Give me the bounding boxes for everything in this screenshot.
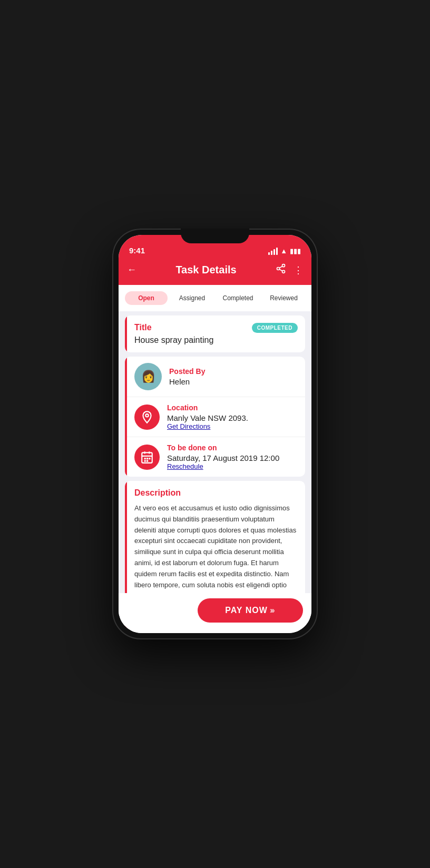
schedule-value: Saturday, 17 August 2019 12:00 — [167, 453, 279, 462]
location-label: Location — [167, 403, 248, 412]
signal-bars-icon — [268, 248, 278, 255]
svg-rect-10 — [144, 458, 146, 459]
title-label: Title — [134, 323, 213, 332]
schedule-row: To be done on Saturday, 17 August 2019 1… — [125, 437, 305, 477]
title-card: Title House spray painting COMPLETED — [125, 315, 305, 352]
location-icon — [140, 410, 154, 424]
tab-assigned[interactable]: Assigned — [171, 291, 213, 305]
location-info: Location Manly Vale NSW 2093. Get Direct… — [167, 403, 248, 430]
description-card: Description At vero eos et accusamus et … — [125, 481, 305, 609]
posted-by-row: 👩 Posted By Helen — [125, 357, 305, 397]
schedule-label: To be done on — [167, 443, 279, 452]
posted-by-value: Helen — [169, 377, 205, 386]
wifi-icon: ▲ — [280, 247, 287, 255]
chevrons-icon: › › › — [272, 606, 276, 615]
content-area: Title House spray painting COMPLETED 👩 — [119, 311, 311, 633]
get-directions-link[interactable]: Get Directions — [167, 422, 248, 430]
share-icon[interactable] — [276, 263, 286, 277]
location-row: Location Manly Vale NSW 2093. Get Direct… — [125, 397, 305, 437]
tab-bar: Open Assigned Completed Reviewed — [119, 285, 311, 311]
tab-open[interactable]: Open — [125, 291, 168, 305]
description-label: Description — [134, 488, 298, 498]
svg-line-4 — [279, 266, 282, 268]
calendar-icon-circle — [134, 445, 160, 470]
svg-point-2 — [282, 270, 285, 273]
battery-icon: ▮▮▮ — [290, 247, 301, 255]
svg-line-3 — [279, 269, 282, 271]
calendar-icon — [140, 450, 154, 464]
status-time: 9:41 — [129, 246, 145, 255]
svg-rect-14 — [146, 460, 148, 461]
svg-rect-12 — [149, 458, 150, 459]
tab-reviewed[interactable]: Reviewed — [262, 291, 305, 305]
svg-point-0 — [282, 264, 285, 267]
pay-now-bar: PAY NOW › › › — [119, 593, 311, 633]
info-card: 👩 Posted By Helen — [125, 357, 305, 477]
svg-rect-13 — [144, 460, 146, 461]
more-options-icon[interactable]: ⋮ — [294, 264, 303, 276]
location-icon-circle — [134, 405, 160, 430]
svg-point-1 — [277, 268, 280, 270]
page-title: Task Details — [175, 264, 236, 276]
pay-now-label: PAY NOW — [225, 606, 268, 615]
status-icons: ▲ ▮▮▮ — [268, 247, 301, 255]
tab-completed[interactable]: Completed — [217, 291, 259, 305]
title-value: House spray painting — [134, 336, 213, 345]
schedule-info: To be done on Saturday, 17 August 2019 1… — [167, 443, 279, 470]
description-text: At vero eos et accusamus et iusto odio d… — [134, 503, 298, 601]
status-badge: COMPLETED — [252, 323, 298, 333]
app-header: ← Task Details ⋮ — [119, 258, 311, 285]
svg-rect-11 — [146, 458, 148, 459]
reschedule-link[interactable]: Reschedule — [167, 462, 279, 470]
location-value: Manly Vale NSW 2093. — [167, 413, 248, 422]
avatar: 👩 — [134, 363, 162, 390]
pay-now-button[interactable]: PAY NOW › › › — [198, 598, 303, 623]
svg-point-5 — [145, 414, 148, 417]
posted-by-label: Posted By — [169, 367, 205, 376]
back-button[interactable]: ← — [127, 264, 136, 275]
posted-by-info: Posted By Helen — [169, 367, 205, 386]
